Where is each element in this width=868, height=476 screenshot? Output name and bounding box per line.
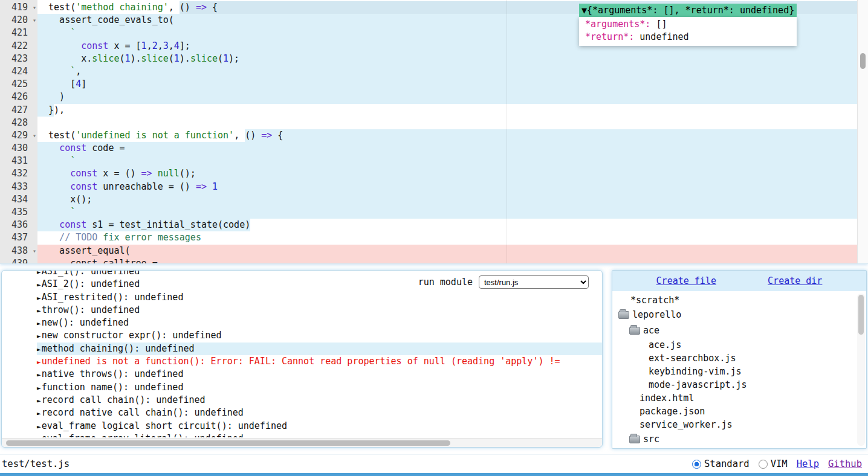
code-line-427[interactable]: }), [37, 104, 857, 117]
expand-arrow-icon[interactable]: ► [37, 397, 41, 405]
expand-arrow-icon[interactable]: ► [37, 307, 41, 315]
expand-arrow-icon[interactable]: ► [37, 410, 41, 417]
gutter-line-422: 422 [0, 40, 37, 53]
keybinding-vim-option[interactable]: VIM [759, 458, 788, 469]
fold-arrow-icon[interactable]: ▾ [33, 14, 36, 27]
expand-arrow-icon[interactable]: ► [37, 281, 41, 289]
code-line-434[interactable]: x(); [37, 193, 857, 206]
tooltip-return-row[interactable]: *return*: undefined [585, 31, 791, 43]
tree-item-keybinding-vim-js[interactable]: keybinding-vim.js [612, 365, 857, 378]
test-result-item[interactable]: ►new(): undefined [37, 317, 602, 329]
editor-vertical-scrollbar[interactable] [857, 0, 868, 263]
code-line-424[interactable]: `, [37, 65, 857, 78]
keybinding-standard-option[interactable]: Standard [692, 458, 750, 469]
tree-item-mode-javascript-js[interactable]: mode-javascript.js [612, 378, 857, 391]
code-line-429[interactable]: test('undefined is not a function', () =… [37, 129, 857, 142]
expand-arrow-icon[interactable]: ► [37, 358, 41, 366]
expand-arrow-icon[interactable]: ► [37, 320, 41, 327]
fold-arrow-icon[interactable]: ▾ [33, 1, 36, 14]
test-result-item[interactable]: ►throw(): undefined [37, 304, 602, 317]
standard-radio[interactable] [692, 460, 701, 469]
tree-item-label: keybinding-vim.js [649, 365, 742, 378]
editor-scrollbar-thumb[interactable] [860, 53, 866, 69]
code-line-435[interactable]: ` [37, 206, 857, 219]
test-result-item[interactable]: ►method chaining(): undefined [37, 343, 602, 355]
tree-item-ext-searchbox-js[interactable]: ext-searchbox.js [612, 352, 857, 365]
folder-icon [629, 327, 640, 335]
tree-item-package-json[interactable]: package.json [612, 405, 857, 418]
test-result-item[interactable]: ►eval_frame logical short circuit(): und… [37, 420, 602, 433]
file-tree[interactable]: *scratch*leporelloaceace.jsext-searchbox… [612, 292, 857, 448]
code-line-437[interactable]: // TODO fix error messages [37, 231, 857, 244]
gutter-line-437: 437 [0, 231, 37, 244]
code-line-428[interactable] [37, 117, 857, 129]
tree-item-ace[interactable]: ace [612, 323, 857, 338]
line-number-gutter: 419▾420▾421422423424425426427428429▾4304… [0, 0, 37, 263]
tree-item-ace-js[interactable]: ace.js [612, 338, 857, 352]
test-result-item[interactable]: ►function name(): undefined [37, 381, 602, 394]
create-dir-link[interactable]: Create dir [768, 275, 822, 286]
gutter-line-428: 428 [0, 117, 37, 129]
code-line-438[interactable]: assert_equal( [37, 245, 857, 257]
tooltip-arguments-row[interactable]: *arguments*: [] [585, 18, 791, 31]
test-result-item[interactable]: ►native throws(): undefined [37, 368, 602, 381]
run-module-label: run module [418, 277, 473, 288]
test-result-item[interactable]: ►ASI_restrited(): undefined [37, 291, 602, 304]
tree-item--scratch-[interactable]: *scratch* [612, 294, 857, 307]
expand-arrow-icon[interactable]: ► [37, 423, 41, 431]
help-link[interactable]: Help [797, 458, 819, 469]
test-results-list[interactable]: ►ASI_1(): undefined►ASI_2(): undefined►A… [2, 271, 602, 437]
expand-arrow-icon[interactable]: ► [37, 436, 41, 437]
tooltip-body: *arguments*: [] *return*: undefined [579, 17, 797, 46]
vim-radio-label: VIM [771, 458, 788, 469]
code-line-431[interactable]: ` [37, 155, 857, 167]
gutter-line-423: 423 [0, 53, 37, 65]
expand-arrow-icon[interactable]: ► [37, 371, 41, 379]
log-scrollbar-thumb[interactable] [6, 440, 450, 446]
tree-item-index-html[interactable]: index.html [612, 391, 857, 405]
status-bar-right: Standard VIM Help Github [692, 458, 868, 469]
expand-arrow-icon[interactable]: ► [37, 346, 41, 353]
tree-item-service-worker-js[interactable]: service_worker.js [612, 418, 857, 431]
expand-arrow-icon[interactable]: ► [37, 294, 41, 302]
expand-arrow-icon[interactable]: ► [37, 271, 41, 276]
tree-item-label: ace [643, 323, 659, 338]
tree-vertical-scrollbar[interactable] [857, 294, 865, 446]
code-editor[interactable]: 419▾420▾421422423424425426427428429▾4304… [0, 0, 868, 264]
tree-scrollbar-thumb[interactable] [858, 295, 864, 335]
test-result-item[interactable]: ►record call chain(): undefined [37, 394, 602, 407]
test-result-item[interactable]: ►eval_frame array_literal(): undefined [37, 433, 602, 437]
code-line-423[interactable]: x.slice(1).slice(1).slice(1); [37, 53, 857, 65]
tree-item-label: ast_utils.js [649, 447, 714, 448]
vim-radio[interactable] [759, 460, 768, 469]
fold-arrow-icon[interactable]: ▾ [33, 129, 36, 142]
github-link[interactable]: Github [828, 458, 862, 469]
folder-icon [629, 436, 640, 443]
run-module-select[interactable]: test/run.js [479, 275, 589, 289]
log-horizontal-scrollbar[interactable] [2, 438, 602, 447]
code-line-439[interactable]: const calltree = [37, 257, 857, 264]
test-result-item[interactable]: ►record native call chain(): undefined [37, 407, 602, 419]
code-line-425[interactable]: [4] [37, 78, 857, 91]
gutter-line-439: 439 [0, 257, 37, 264]
code-line-426[interactable]: ) [37, 91, 857, 103]
test-result-item[interactable]: ►undefined is not a function(): Error: F… [37, 355, 602, 368]
code-line-432[interactable]: const x = () => null(); [37, 167, 857, 180]
tree-item-label: ace.js [649, 338, 681, 352]
test-result-item[interactable]: ►new constructor expr(): undefined [37, 329, 602, 342]
code-line-433[interactable]: const unreachable = () => 1 [37, 181, 857, 193]
tree-item-leporello[interactable]: leporello [612, 307, 857, 323]
expand-arrow-icon[interactable]: ► [37, 332, 41, 340]
file-panel-header: Create file Create dir [612, 271, 866, 291]
gutter-line-432: 432 [0, 167, 37, 180]
fold-arrow-icon[interactable]: ▾ [33, 245, 36, 257]
tree-item-src[interactable]: src [612, 431, 857, 447]
code-line-430[interactable]: const code = [37, 142, 857, 155]
tooltip-header[interactable]: ▼{*arguments*: [], *return*: undefined} [579, 4, 797, 17]
tree-item-ast-utils-js[interactable]: ast_utils.js [612, 447, 857, 448]
tooltip-return-value: undefined [640, 31, 688, 42]
tree-item-label: *scratch* [630, 294, 679, 307]
expand-arrow-icon[interactable]: ► [37, 384, 41, 392]
create-file-link[interactable]: Create file [656, 275, 716, 286]
code-line-436[interactable]: const s1 = test_initial_state(code) [37, 219, 857, 231]
